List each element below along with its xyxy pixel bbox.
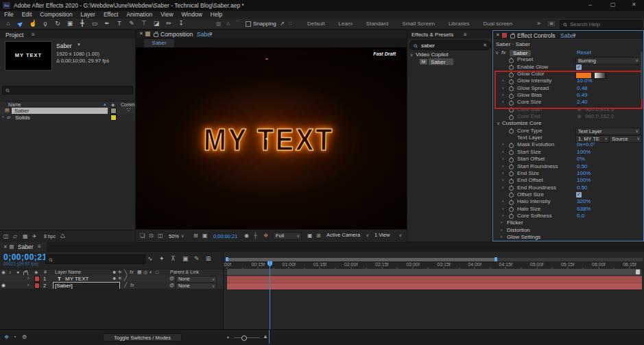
transparency-grid-icon[interactable]: ⊡ <box>149 233 154 239</box>
layer-bar[interactable] <box>227 283 642 289</box>
shy-layers-icon[interactable]: ⊼ <box>171 255 176 262</box>
project-search[interactable]: ϙ <box>2 86 133 95</box>
label-color-swatch[interactable] <box>110 115 117 121</box>
pan-behind-tool-icon[interactable]: ╋ <box>76 19 88 29</box>
fx-row-offset-size[interactable]: Offset Size✓ <box>493 191 643 198</box>
property-value[interactable]: 0.50 <box>577 163 588 170</box>
offset-size-checkbox[interactable]: ✓ <box>576 192 582 198</box>
property-value[interactable]: 0.0 <box>577 213 584 219</box>
motion-blur-icon[interactable]: ✎ <box>194 255 200 262</box>
close-icon[interactable]: ✕ <box>3 244 8 250</box>
maximize-button[interactable]: ▢ <box>610 1 616 8</box>
table-row[interactable]: › ▱ Solids <box>0 114 135 121</box>
fx-row-preset[interactable]: PresetBurning∨ <box>493 56 643 63</box>
composition-viewport[interactable]: MY TEXT Fast Draft ✦ <box>136 47 407 229</box>
stopwatch-icon[interactable] <box>509 207 514 212</box>
snapshot-icon[interactable]: ◉ <box>244 233 249 239</box>
zoom-slider-knob[interactable] <box>241 335 247 341</box>
effects-group-row[interactable]: ∨ Video Copilot <box>407 51 492 58</box>
fx-row-end-offset[interactable]: ›End Offset100% <box>493 177 643 184</box>
hand-tool-icon[interactable]: ☝ <box>27 19 39 29</box>
expander-icon[interactable]: › <box>502 177 503 184</box>
expander-icon[interactable]: ∨ <box>495 49 499 56</box>
zoom-level[interactable]: 50% <box>169 233 179 239</box>
property-value[interactable]: 100% <box>577 170 591 177</box>
chevron-down-icon[interactable]: ∨ <box>181 233 184 238</box>
menu-layer[interactable]: Layer <box>77 11 99 19</box>
grid-options-icon[interactable]: ❏ <box>140 233 145 239</box>
effect-controls-tab[interactable]: Effect Controls <box>517 32 556 39</box>
fx-row-end-roundness[interactable]: ›End Roundness0.50 <box>493 185 643 191</box>
chevron-down-icon[interactable]: ▼ <box>77 43 81 47</box>
workspace-default[interactable]: Default <box>300 19 331 29</box>
camera-settings-icon[interactable]: ⊞ <box>316 233 321 239</box>
workspace-dual-screen[interactable]: Dual screen <box>477 19 520 29</box>
fx-row-core-type[interactable]: Core TypeText Layer∨ <box>493 128 643 134</box>
fx-row-customize-core[interactable]: ∨Customize Core <box>493 120 643 127</box>
stopwatch-icon[interactable] <box>509 58 514 63</box>
expander-icon[interactable]: › <box>27 283 29 287</box>
property-value[interactable]: 0% <box>577 156 585 163</box>
label-color-swatch[interactable] <box>110 108 117 114</box>
layer-name-input[interactable] <box>55 283 117 289</box>
expander-icon[interactable]: › <box>502 206 503 213</box>
stopwatch-icon[interactable] <box>509 108 514 112</box>
expander-icon[interactable]: › <box>502 78 503 84</box>
zoom-tool-icon[interactable]: ϙ <box>39 19 51 29</box>
fx-row-start-size[interactable]: ›Start Size100% <box>493 149 643 156</box>
navigator-handle[interactable] <box>636 270 640 274</box>
fx-row-text-layer[interactable]: Text Layer1. MY TE∨Source∨ <box>493 134 643 141</box>
brush-tool-icon[interactable]: ✎ <box>126 19 138 29</box>
stopwatch-icon[interactable] <box>509 80 514 84</box>
fx-row-halo-size[interactable]: ›Halo Size638% <box>493 206 643 213</box>
tab-saber[interactable]: Saber <box>144 39 174 47</box>
property-value[interactable]: 100% <box>577 149 591 156</box>
ruler-icon[interactable]: ⊞ <box>193 233 198 239</box>
type-tool-icon[interactable]: T <box>113 19 126 29</box>
stopwatch-icon[interactable] <box>509 86 514 91</box>
workspace-learn[interactable]: Learn <box>331 19 359 29</box>
new-folder-icon[interactable]: ▱ <box>13 233 17 239</box>
timeline-search[interactable]: ϙ <box>45 254 145 264</box>
stopwatch-icon[interactable] <box>509 73 514 78</box>
panel-menu-icon[interactable]: ≡ <box>32 32 35 38</box>
help-search[interactable]: ϙ <box>560 20 643 29</box>
fx-row-end-size[interactable]: ›End Size100% <box>493 170 643 177</box>
effects-search[interactable]: ϙ ✕ <box>409 40 491 50</box>
region-of-interest-icon[interactable]: ▣ <box>202 233 208 239</box>
project-tab[interactable]: Project <box>5 32 23 38</box>
collapse-toggle-icon[interactable]: ✳ <box>118 276 122 281</box>
expander-icon[interactable]: › <box>502 141 503 148</box>
expander-icon[interactable]: › <box>502 99 503 106</box>
timeline-tab[interactable]: ✕ Saber ≡ <box>0 242 47 252</box>
property-value[interactable]: 0.49 <box>577 92 588 99</box>
camera-dropdown[interactable]: Active Camera ∨ <box>326 232 369 239</box>
menu-help[interactable]: Help <box>206 11 226 19</box>
adjust-icon[interactable]: ✈ <box>32 233 37 239</box>
zoom-out-icon[interactable]: ▲ <box>226 335 230 339</box>
menu-animation[interactable]: Animation <box>122 11 156 19</box>
expander-icon[interactable]: › <box>501 219 502 226</box>
property-value[interactable]: 0.48 <box>577 85 588 92</box>
expander-icon[interactable]: ∨ <box>497 120 500 127</box>
eraser-tool-icon[interactable]: ◪ <box>150 19 163 29</box>
fx-row-start-offset[interactable]: ›Start Offset0% <box>493 156 643 163</box>
fx-row-core-softness[interactable]: ›Core Softness0.0 <box>493 213 643 219</box>
expander-icon[interactable]: › <box>502 163 503 170</box>
close-button[interactable]: ✕ <box>632 1 636 8</box>
fx-row-saber[interactable]: ∨fxSaberReset <box>493 49 643 56</box>
pen-tool-icon[interactable]: ✒ <box>101 19 113 29</box>
delete-icon[interactable]: ♺ <box>60 233 65 239</box>
channels-icon[interactable]: ❖ <box>263 233 268 239</box>
workspace-overflow[interactable]: » <box>537 19 540 29</box>
clone-stamp-tool-icon[interactable]: ⊤ <box>138 19 150 29</box>
view-layout-dropdown[interactable]: 1 View ∨ <box>374 232 402 239</box>
lock-icon[interactable] <box>154 33 158 37</box>
lock-icon[interactable] <box>510 34 515 38</box>
layer-name[interactable]: MY TEXT <box>65 276 88 282</box>
label-color-swatch[interactable] <box>34 276 40 282</box>
property-value[interactable]: 2.40 <box>577 99 588 106</box>
row-name-cell[interactable]: Saber <box>12 108 108 114</box>
workspace-libraries[interactable]: Libraries <box>442 19 477 29</box>
snap-grid-icon[interactable]: ∷ <box>289 19 292 29</box>
